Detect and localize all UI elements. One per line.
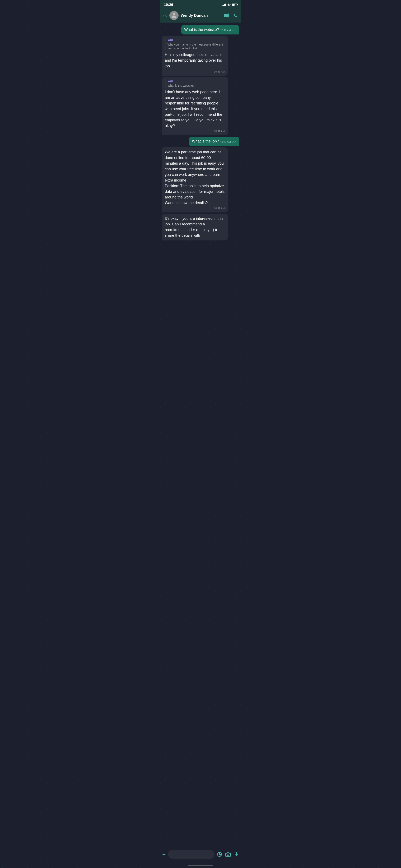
- svg-point-3: [227, 854, 229, 856]
- phone-call-icon[interactable]: [233, 13, 238, 18]
- battery-icon: [232, 4, 237, 6]
- main-text: We are a part-time job that can be done …: [165, 149, 225, 206]
- message-input[interactable]: [168, 850, 215, 859]
- video-call-icon[interactable]: [224, 13, 229, 18]
- message-recv-5: We are a part-time job that can be done …: [162, 147, 228, 213]
- main-text: He's my colleague, he's on vacation and …: [165, 52, 225, 69]
- main-text: I don't have any web page here. I am an …: [165, 89, 225, 129]
- home-indicator: [160, 864, 241, 868]
- svg-rect-0: [224, 14, 227, 17]
- status-time: 10:26: [164, 3, 173, 7]
- status-icons: [222, 3, 237, 6]
- chat-header: ‹ 6 Wendy Duncan: [160, 9, 241, 23]
- msg-time: 10:37 AM: [165, 129, 225, 133]
- chat-area: What is the website? 10:36 AM ✓✓ You Why…: [160, 23, 241, 848]
- msg-text: What is the website?: [184, 27, 219, 32]
- quote-text: What is the website?: [167, 84, 225, 88]
- signal-icon: [222, 3, 226, 6]
- header-actions: [224, 13, 238, 18]
- svg-marker-1: [227, 13, 229, 18]
- input-area: +: [160, 848, 241, 864]
- read-receipt-icon: ✓✓: [232, 141, 236, 144]
- message-recv-2: You Why your name in the message is diff…: [162, 36, 228, 75]
- quote-block: You Why your name in the message is diff…: [165, 38, 225, 50]
- msg-time: 10:36 AM ✓✓: [220, 29, 236, 32]
- contact-name: Wendy Duncan: [181, 13, 222, 18]
- msg-time: 10:38 AM: [165, 207, 225, 210]
- home-bar: [188, 866, 213, 866]
- msg-time: 10:37 AM ✓✓: [220, 141, 236, 144]
- msg-time: 10:36 AM: [165, 70, 225, 73]
- msg-text: What is the job?: [192, 139, 219, 144]
- mic-icon[interactable]: [234, 852, 239, 857]
- avatar-icon: [171, 12, 177, 19]
- message-sent-4: What is the job? 10:37 AM ✓✓: [189, 136, 239, 146]
- message-recv-6: It's okay if you are interested in this …: [162, 214, 228, 241]
- camera-icon[interactable]: [225, 852, 231, 857]
- quote-block: You What is the website?: [165, 79, 225, 88]
- input-action-icons: [217, 852, 239, 857]
- back-chevron: ‹: [163, 13, 164, 18]
- back-count: 6: [165, 13, 167, 18]
- svg-rect-4: [236, 852, 237, 855]
- read-receipt-icon: ✓✓: [232, 29, 236, 32]
- message-sent-1: What is the website? 10:36 AM ✓✓: [181, 25, 239, 34]
- quote-author: You: [167, 38, 225, 42]
- main-text: It's okay if you are interested in this …: [165, 216, 225, 238]
- wifi-icon: [227, 3, 231, 6]
- status-bar: 10:26: [160, 0, 241, 9]
- plus-button[interactable]: +: [162, 851, 165, 858]
- quote-author: You: [167, 79, 225, 83]
- message-recv-3: You What is the website? I don't have an…: [162, 77, 228, 135]
- quote-text: Why your name in the message is differen…: [167, 42, 225, 50]
- back-button[interactable]: ‹ 6: [163, 13, 167, 18]
- avatar: [169, 11, 179, 20]
- sticker-icon[interactable]: [217, 852, 222, 857]
